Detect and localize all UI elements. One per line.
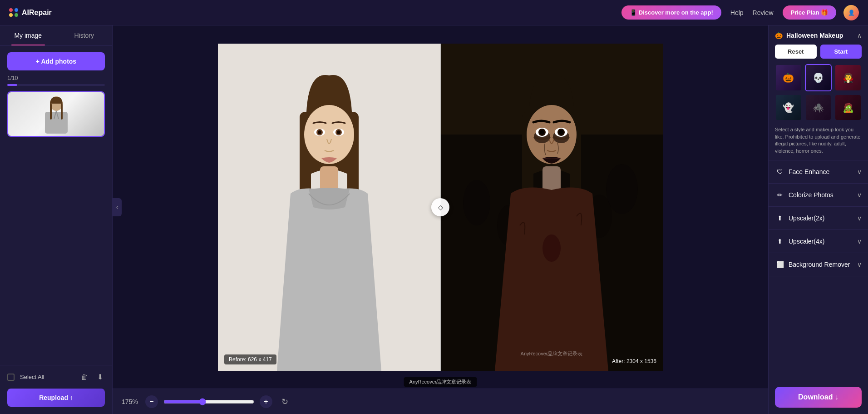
upscaler-2x-icon: ⬆ bbox=[775, 213, 785, 223]
before-half: Before: 626 x 417 bbox=[218, 44, 440, 371]
discover-button[interactable]: 📱 Discover more on the app! bbox=[621, 5, 721, 20]
style-item-1[interactable]: 🎃 bbox=[775, 64, 802, 91]
halloween-icon: 🎃 bbox=[775, 32, 783, 39]
start-button[interactable]: Start bbox=[820, 45, 862, 59]
svg-point-13 bbox=[318, 130, 321, 134]
upscaler-4x-icon: ⬆ bbox=[775, 236, 785, 246]
zoom-in-button[interactable]: + bbox=[260, 395, 272, 408]
download-section: Download ↓ bbox=[769, 380, 868, 414]
zoom-out-button[interactable]: − bbox=[145, 395, 158, 408]
upscaler-2x-chevron-icon[interactable]: ∨ bbox=[857, 214, 862, 222]
upscaler-2x-section: ⬆ Upscaler(2x) ∨ bbox=[769, 207, 868, 230]
add-photos-button[interactable]: + Add photos bbox=[7, 52, 105, 70]
help-button[interactable]: Help bbox=[730, 9, 744, 16]
style-item-3[interactable]: 🧛 bbox=[834, 64, 862, 91]
style-image-5: 🕷️ bbox=[806, 95, 831, 120]
svg-rect-4 bbox=[50, 104, 52, 120]
thumbnail-image bbox=[8, 92, 104, 136]
halloween-chevron-icon[interactable]: ∧ bbox=[857, 32, 862, 39]
style-item-2[interactable]: 💀 bbox=[805, 64, 832, 91]
svg-point-16 bbox=[337, 130, 340, 134]
halloween-makeup-section: 🎃 Halloween Makeup ∧ Reset Start 🎃 💀 🧛 bbox=[769, 25, 868, 160]
upscaler-4x-chevron-icon[interactable]: ∨ bbox=[857, 238, 862, 245]
face-enhance-section: 🛡 Face Enhance ∨ bbox=[769, 160, 868, 184]
tooltip-bar: AnyRecover品牌文章记录表 bbox=[404, 377, 477, 387]
svg-point-31 bbox=[540, 130, 544, 135]
style-item-6[interactable]: 🧟 bbox=[834, 94, 862, 121]
logo-dot-green bbox=[15, 13, 18, 17]
face-enhance-header[interactable]: 🛡 Face Enhance ∨ bbox=[775, 160, 862, 183]
compare-handle[interactable]: ◇ bbox=[431, 198, 449, 216]
app-header: AIRepair 📱 Discover more on the app! Hel… bbox=[0, 0, 868, 25]
price-plan-button[interactable]: Price Plan 🎁 bbox=[783, 5, 836, 20]
reupload-button[interactable]: Reupload ↑ bbox=[7, 389, 105, 407]
tab-my-image[interactable]: My image bbox=[0, 25, 56, 45]
svg-point-10 bbox=[304, 105, 354, 164]
delete-button[interactable]: 🗑 bbox=[79, 371, 90, 383]
compare-container: Before: 626 x 417 bbox=[218, 44, 663, 371]
face-enhance-title: 🛡 Face Enhance bbox=[775, 167, 829, 177]
svg-point-35 bbox=[542, 234, 561, 262]
face-enhance-chevron-icon[interactable]: ∨ bbox=[857, 168, 862, 175]
tab-bar: My image History bbox=[0, 25, 112, 46]
colorize-icon: ✏ bbox=[775, 190, 785, 200]
after-half: AnyRecover品牌文章记录表 After: 2304 x 1536 bbox=[440, 44, 663, 371]
collapse-panel-button[interactable]: ‹ bbox=[113, 198, 122, 216]
colorize-chevron-icon[interactable]: ∨ bbox=[857, 191, 862, 199]
download-button[interactable]: Download ↓ bbox=[775, 387, 862, 408]
before-label: Before: 626 x 417 bbox=[224, 354, 276, 364]
colorize-photos-header[interactable]: ✏ Colorize Photos ∨ bbox=[775, 184, 862, 206]
logo-text: AIRepair bbox=[22, 9, 52, 17]
image-count-label: 1/10 bbox=[0, 75, 112, 84]
style-item-4[interactable]: 👻 bbox=[775, 94, 802, 121]
main-content: My image History + Add photos 1/10 bbox=[0, 25, 868, 414]
logo-dot-yellow bbox=[9, 13, 13, 17]
colorize-photos-title: ✏ Colorize Photos bbox=[775, 190, 833, 200]
style-item-5[interactable]: 🕷️ bbox=[805, 94, 832, 121]
image-viewport: Before: 626 x 417 bbox=[113, 25, 768, 389]
background-remover-title: ⬜ Background Remover bbox=[775, 259, 850, 269]
thumbnail-grid bbox=[0, 91, 112, 137]
style-image-3: 🧛 bbox=[835, 65, 861, 90]
logo-dot-blue bbox=[15, 8, 18, 12]
action-row: Reset Start bbox=[775, 45, 862, 59]
style-image-1: 🎃 bbox=[776, 65, 801, 90]
after-label: After: 2304 x 1536 bbox=[612, 358, 656, 364]
svg-point-20 bbox=[606, 164, 638, 214]
select-all-checkbox[interactable] bbox=[7, 374, 15, 381]
halloween-section-header: 🎃 Halloween Makeup ∧ bbox=[775, 32, 862, 39]
upscaler-4x-section: ⬆ Upscaler(4x) ∨ bbox=[769, 230, 868, 253]
refresh-button[interactable]: ↻ bbox=[281, 397, 288, 407]
svg-point-19 bbox=[463, 180, 490, 225]
background-remover-chevron-icon[interactable]: ∨ bbox=[857, 261, 862, 268]
tab-history[interactable]: History bbox=[56, 25, 113, 45]
style-image-6: 🧟 bbox=[835, 95, 861, 120]
upscaler-2x-header[interactable]: ⬆ Upscaler(2x) ∨ bbox=[775, 207, 862, 229]
left-panel: My image History + Add photos 1/10 bbox=[0, 25, 113, 414]
halloween-section-title: 🎃 Halloween Makeup bbox=[775, 32, 843, 39]
style-grid: 🎃 💀 🧛 👻 🕷️ 🧟 bbox=[775, 64, 862, 121]
after-image: AnyRecover品牌文章记录表 bbox=[440, 44, 663, 371]
upscaler-2x-title: ⬆ Upscaler(2x) bbox=[775, 213, 824, 223]
svg-point-26 bbox=[527, 105, 577, 164]
background-remover-section: ⬜ Background Remover ∨ bbox=[769, 253, 868, 276]
download-icon-button[interactable]: ⬇ bbox=[95, 371, 105, 383]
svg-point-34 bbox=[559, 130, 563, 135]
zoom-bar: 175% − + ↻ bbox=[113, 389, 768, 414]
background-remover-header[interactable]: ⬜ Background Remover ∨ bbox=[775, 253, 862, 276]
bottom-bar: Select All 🗑 ⬇ bbox=[0, 365, 112, 389]
zoom-level-label: 175% bbox=[122, 398, 140, 405]
progress-bar bbox=[7, 84, 105, 86]
style-image-2: 💀 bbox=[806, 65, 831, 90]
user-avatar[interactable]: 👤 bbox=[843, 5, 859, 20]
background-remover-icon: ⬜ bbox=[775, 259, 785, 269]
watermark: AnyRecover品牌文章记录表 bbox=[521, 350, 583, 357]
logo-dots bbox=[9, 8, 18, 17]
thumbnail-item[interactable] bbox=[7, 91, 105, 137]
reset-button[interactable]: Reset bbox=[775, 45, 817, 59]
before-image bbox=[218, 44, 440, 371]
review-button[interactable]: Review bbox=[753, 9, 774, 16]
upscaler-4x-header[interactable]: ⬆ Upscaler(4x) ∨ bbox=[775, 230, 862, 253]
zoom-slider[interactable] bbox=[163, 398, 254, 405]
select-all-label: Select All bbox=[20, 374, 74, 380]
